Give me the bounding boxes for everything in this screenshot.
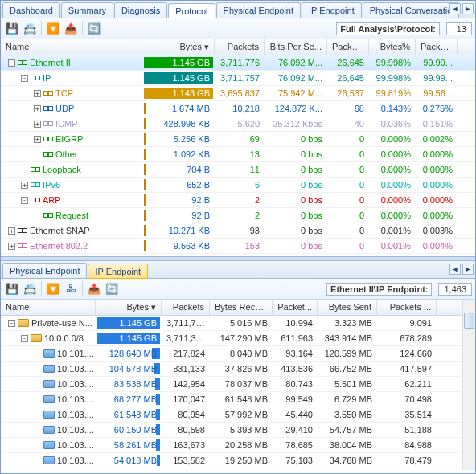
expand-icon[interactable]: + bbox=[21, 182, 28, 189]
tab-next-icon[interactable]: ► bbox=[462, 264, 474, 275]
cell: 66.752 MB bbox=[318, 364, 377, 374]
table-row[interactable]: 10.103....104.578 MB831,13337.826 MB413,… bbox=[1, 362, 475, 377]
expand-icon[interactable]: + bbox=[8, 243, 15, 250]
toolbar-button-4[interactable]: 🔄 bbox=[86, 21, 102, 37]
expand-icon[interactable]: + bbox=[34, 105, 41, 112]
table-row[interactable]: +ICMP428.998 KB5,62025.312 Kbps400.036%0… bbox=[1, 116, 475, 132]
table-row[interactable]: -Ethernet II1.145 GB3,711,77676.092 M...… bbox=[1, 55, 475, 71]
cell: 3,695,837 bbox=[215, 88, 265, 98]
table-row[interactable]: 10.103....60.150 MB80,5985.393 MB29,4105… bbox=[1, 423, 475, 438]
cell: 0 bps bbox=[265, 210, 327, 220]
collapse-icon[interactable]: - bbox=[8, 59, 15, 67]
cell: 0 bbox=[327, 180, 369, 190]
column-header[interactable]: Bytes ▾ bbox=[142, 39, 215, 55]
cell: 6 bbox=[215, 180, 265, 190]
table-row[interactable]: +Ethernet SNAP10.271 KB930 bps00.001%0.0… bbox=[1, 223, 475, 239]
table-row[interactable]: Other1.092 KB130 bps00.000%0.000% bbox=[1, 147, 475, 162]
column-header[interactable]: Packe... bbox=[327, 39, 369, 55]
tab-prev-icon[interactable]: ◄ bbox=[449, 264, 461, 275]
protocol-icon bbox=[18, 242, 27, 250]
host-icon bbox=[43, 395, 55, 403]
toolbar-button-4[interactable]: 📤 bbox=[86, 281, 102, 297]
toolbar-button-0[interactable]: 💾 bbox=[4, 21, 20, 37]
tab-next-icon[interactable]: ► bbox=[462, 3, 474, 14]
tab-dashboard[interactable]: Dashboard bbox=[2, 2, 60, 18]
tab-diagnosis[interactable]: Diagnosis bbox=[114, 2, 167, 18]
cell: 99.998% bbox=[369, 73, 416, 83]
host-icon bbox=[43, 365, 55, 373]
expand-icon[interactable]: + bbox=[34, 90, 41, 97]
column-header[interactable]: Bytes Recei... bbox=[210, 300, 273, 315]
row-label: 10.0.0.0/8 bbox=[44, 333, 84, 343]
expand-icon[interactable]: + bbox=[34, 136, 41, 143]
table-row[interactable]: -IP1.145 GB3,711,75776.092 M...26,64599.… bbox=[1, 71, 475, 86]
table-row[interactable]: +IPv6652 B60 bps00.000%0.000% bbox=[1, 178, 475, 193]
collapse-icon[interactable]: - bbox=[8, 320, 15, 327]
column-header[interactable]: Bytes Sent bbox=[318, 300, 377, 315]
column-header[interactable]: Name bbox=[1, 300, 96, 315]
tab-protocol[interactable]: Protocol bbox=[168, 3, 215, 18]
column-header[interactable]: Name bbox=[1, 39, 142, 55]
cell: 61.548 MB bbox=[210, 394, 273, 404]
cell: 76.092 M... bbox=[265, 73, 327, 83]
cell: 2 bbox=[215, 195, 265, 205]
column-header[interactable]: Packets bbox=[215, 39, 265, 55]
table-row[interactable]: +Ethernet 802.29.563 KB1530 bps00.001%0.… bbox=[1, 239, 475, 254]
cell: 57.992 MB bbox=[210, 410, 273, 419]
table-row[interactable]: 10.103....58.261 MB163,67320.258 MB78,68… bbox=[1, 438, 475, 453]
toolbar-button-3[interactable]: 🖧 bbox=[63, 281, 79, 297]
toolbar-button-0[interactable]: 💾 bbox=[4, 281, 20, 297]
expand-icon[interactable]: + bbox=[34, 121, 41, 128]
collapse-icon[interactable]: - bbox=[21, 335, 28, 342]
column-header[interactable]: Packets bbox=[162, 300, 210, 315]
table-row[interactable]: 10.103....83.538 MB142,95478.037 MB80,74… bbox=[1, 377, 475, 392]
column-header[interactable]: Bytes ▾ bbox=[96, 300, 162, 315]
host-icon bbox=[43, 441, 55, 449]
toolbar-button-2[interactable]: 🔽 bbox=[45, 21, 61, 37]
collapse-icon[interactable]: - bbox=[21, 75, 28, 82]
table-row[interactable]: Request92 B20 bps00.000%0.000% bbox=[1, 208, 475, 223]
table-row[interactable]: -ARP92 B20 bps00.000%0.000% bbox=[1, 193, 475, 208]
tab-ip-endpoint[interactable]: IP Endpoint bbox=[88, 264, 148, 279]
table-row[interactable]: 10.103....54.018 MB153,58219.250 MB75,10… bbox=[1, 453, 475, 468]
table-row[interactable]: 10.103....61.543 MB80,95457.992 MB45,440… bbox=[1, 407, 475, 423]
toolbar-button-2[interactable]: 🔽 bbox=[45, 281, 61, 297]
toolbar-button-3[interactable]: 📤 bbox=[63, 21, 79, 37]
table-row[interactable]: +TCP1.143 GB3,695,83775.942 M...26,53799… bbox=[1, 86, 475, 101]
table-row[interactable]: -10.0.0.0/81.145 GB3,711,355147.290 MB61… bbox=[1, 331, 475, 346]
cell: 831,133 bbox=[162, 364, 210, 374]
tab-ip-endpoint[interactable]: IP Endpoint bbox=[302, 2, 362, 18]
column-header[interactable]: Packe... bbox=[416, 39, 458, 55]
column-header[interactable]: Packets ... bbox=[377, 300, 437, 315]
table-row[interactable]: 10.101....128.640 MB217,8248.040 MB93,16… bbox=[1, 346, 475, 362]
tab-prev-icon[interactable]: ◄ bbox=[449, 3, 461, 14]
table-row[interactable]: +UDP1.674 MB10,218124.872 K...680.143%0.… bbox=[1, 101, 475, 116]
column-header[interactable]: Bits Per Se... bbox=[265, 39, 327, 55]
bytes-value: 61.543 MB bbox=[114, 410, 157, 419]
tab-nav: ◄ ► bbox=[449, 3, 474, 14]
expand-icon[interactable]: + bbox=[8, 227, 15, 235]
cell: 0.000% bbox=[416, 180, 458, 190]
tab-physical-endpoint[interactable]: Physical Endpoint bbox=[216, 2, 301, 18]
network-icon bbox=[18, 319, 29, 327]
column-header[interactable]: Bytes% bbox=[369, 39, 416, 55]
cell: 0.036% bbox=[369, 119, 416, 129]
toolbar-button-5[interactable]: 🔄 bbox=[104, 281, 120, 297]
table-row[interactable]: Loopback704 B110 bps00.000%0.000% bbox=[1, 162, 475, 178]
toolbar-button-1[interactable]: 📇 bbox=[22, 281, 38, 297]
cell: 10,994 bbox=[273, 318, 318, 328]
tab-physical-endpoint[interactable]: Physical Endpoint bbox=[2, 263, 87, 278]
top-toolbar: 💾📇🔽📤🔄 Full Analysis\Protocol: 13 bbox=[1, 18, 475, 39]
toolbar-button-1[interactable]: 📇 bbox=[22, 21, 38, 37]
table-row[interactable]: -Private-use N...1.145 GB3,711,7545.016 … bbox=[1, 316, 475, 331]
tab-summary[interactable]: Summary bbox=[61, 2, 113, 18]
row-label: Ethernet II bbox=[30, 58, 71, 67]
tab-physical-conversatio[interactable]: Physical Conversatio bbox=[363, 2, 460, 18]
table-row[interactable]: +EIGRP5.256 KB690 bps00.000%0.002% bbox=[1, 132, 475, 147]
vertical-scrollbar[interactable] bbox=[462, 300, 475, 470]
protocol-icon bbox=[31, 74, 40, 82]
table-row[interactable]: 10.103....68.277 MB170,04761.548 MB99,54… bbox=[1, 392, 475, 407]
host-icon bbox=[43, 380, 55, 388]
column-header[interactable]: Packet... bbox=[273, 300, 318, 315]
collapse-icon[interactable]: - bbox=[21, 197, 28, 204]
